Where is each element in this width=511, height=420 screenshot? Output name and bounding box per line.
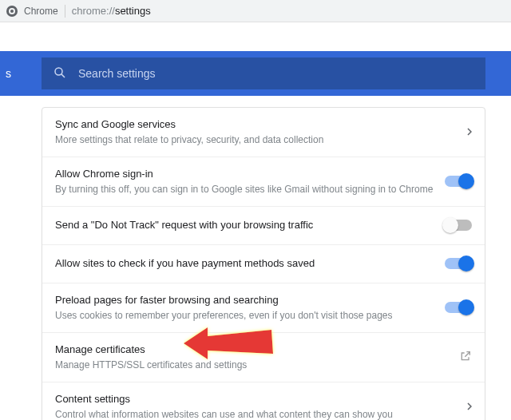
settings-row[interactable]: Manage certificatesManage HTTPS/SSL cert… xyxy=(42,333,485,382)
settings-row[interactable]: Send a "Do Not Track" request with your … xyxy=(42,207,485,245)
external-link-icon xyxy=(459,350,472,365)
chevron-right-icon xyxy=(467,126,472,138)
row-text: Allow Chrome sign-inBy turning this off,… xyxy=(55,167,445,196)
row-subtitle: Uses cookies to remember your preference… xyxy=(55,309,435,323)
row-subtitle: By turning this off, you can sign in to … xyxy=(55,183,435,196)
chevron-right-icon xyxy=(467,401,472,413)
settings-row[interactable]: Sync and Google servicesMore settings th… xyxy=(42,108,485,157)
address-bar: Chrome chrome://settings xyxy=(0,0,511,22)
settings-row[interactable]: Allow Chrome sign-inBy turning this off,… xyxy=(42,157,485,207)
toggle-switch[interactable] xyxy=(445,176,472,187)
toggle-switch[interactable] xyxy=(445,258,472,269)
row-text: Preload pages for faster browsing and se… xyxy=(55,293,445,323)
svg-line-3 xyxy=(61,73,65,77)
settings-row[interactable]: Allow sites to check if you have payment… xyxy=(42,245,485,283)
row-title: Content settings xyxy=(55,392,458,406)
url-path: settings xyxy=(115,5,151,17)
row-text: Allow sites to check if you have payment… xyxy=(55,256,445,271)
sidebar-fragment: s xyxy=(0,51,13,96)
search-input[interactable] xyxy=(78,67,474,80)
row-title: Sync and Google services xyxy=(55,117,458,132)
settings-row[interactable]: Preload pages for faster browsing and se… xyxy=(42,283,485,333)
url-display[interactable]: chrome://settings xyxy=(72,5,151,17)
settings-row[interactable]: Content settingsControl what information… xyxy=(42,382,485,420)
settings-list: Sync and Google servicesMore settings th… xyxy=(42,107,485,420)
row-text: Content settingsControl what information… xyxy=(55,392,467,420)
row-subtitle: Manage HTTPS/SSL certificates and settin… xyxy=(55,359,450,372)
row-title: Send a "Do Not Track" request with your … xyxy=(55,218,435,232)
row-title: Allow sites to check if you have payment… xyxy=(55,256,435,271)
row-subtitle: Control what information websites can us… xyxy=(55,408,458,420)
url-prefix: chrome:// xyxy=(72,5,115,17)
row-title: Manage certificates xyxy=(55,343,450,357)
svg-point-1 xyxy=(10,10,14,13)
row-title: Allow Chrome sign-in xyxy=(55,167,435,181)
settings-header: s xyxy=(0,51,511,96)
row-text: Sync and Google servicesMore settings th… xyxy=(55,117,467,147)
row-text: Manage certificatesManage HTTPS/SSL cert… xyxy=(55,343,459,372)
row-title: Preload pages for faster browsing and se… xyxy=(55,293,435,307)
svg-point-2 xyxy=(55,68,62,75)
toggle-switch[interactable] xyxy=(445,220,472,231)
row-subtitle: More settings that relate to privacy, se… xyxy=(55,133,458,147)
chrome-icon xyxy=(6,6,18,17)
toggle-switch[interactable] xyxy=(445,302,472,313)
row-text: Send a "Do Not Track" request with your … xyxy=(55,218,445,232)
address-separator xyxy=(65,5,65,18)
search-field[interactable] xyxy=(42,57,485,89)
search-icon xyxy=(53,65,67,82)
app-label: Chrome xyxy=(24,6,58,17)
